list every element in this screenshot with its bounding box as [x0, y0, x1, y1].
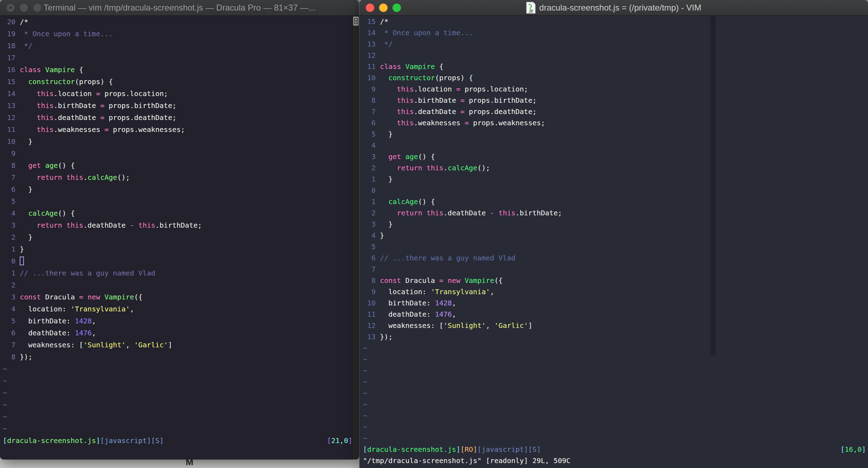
- line-number: 6: [363, 254, 380, 262]
- terminal-titlebar[interactable]: Terminal — vim /tmp/dracula-screenshot.j…: [0, 0, 359, 16]
- code-line: 18 */: [3, 40, 352, 52]
- code-line: 10 }: [3, 135, 352, 147]
- line-number: 3: [3, 293, 20, 301]
- code-line: 3 get age() {: [363, 151, 866, 162]
- code-line: 9 this.location = props.location;: [363, 83, 866, 95]
- vim-command-line: [3, 447, 352, 458]
- macvim-scrollbar[interactable]: [710, 16, 716, 355]
- zoom-button[interactable]: [392, 4, 401, 12]
- line-number: 11: [363, 62, 380, 71]
- vim-statusline: [dracula-screenshot.js][RO][javascript][…: [363, 444, 866, 455]
- code-line: 0: [3, 255, 352, 267]
- line-number: 7: [363, 265, 380, 273]
- code-line: 5: [363, 241, 866, 252]
- empty-buffer-line: ~: [363, 365, 866, 376]
- terminal-window-title: Terminal — vim /tmp/dracula-screenshot.j…: [44, 3, 315, 13]
- empty-buffer-line: ~: [363, 432, 866, 444]
- line-number: 13: [3, 101, 20, 110]
- code-line: 10 birthDate: 1428,: [363, 297, 866, 309]
- line-number: 6: [3, 185, 20, 194]
- line-number: 9: [3, 149, 20, 158]
- split-pane-button[interactable]: [353, 17, 359, 26]
- empty-buffer-line: ~: [363, 410, 866, 421]
- empty-buffer-line: ~: [363, 421, 866, 432]
- line-number: 4: [363, 231, 380, 240]
- line-number: 11: [363, 310, 380, 318]
- code-line: 6 }: [3, 183, 352, 195]
- vim-cursor: [20, 257, 24, 265]
- line-number: 18: [3, 42, 20, 50]
- macvim-text-area[interactable]: 15 /* 14 * Once upon a time... 13 */ 12 …: [363, 16, 866, 468]
- code-line: 5: [3, 195, 352, 207]
- line-number: 1: [363, 175, 380, 183]
- terminal-window: Terminal — vim /tmp/dracula-screenshot.j…: [0, 0, 359, 460]
- line-number: 12: [363, 51, 380, 59]
- line-number: 5: [363, 242, 380, 251]
- code-line: 1 }: [3, 243, 352, 255]
- empty-buffer-line: ~: [3, 399, 352, 411]
- code-line: 9 location: 'Transylvania',: [363, 286, 866, 297]
- line-number: 8: [3, 353, 20, 361]
- code-line: 11 deathDate: 1476,: [363, 309, 866, 320]
- close-button[interactable]: [6, 4, 15, 12]
- line-number: 14: [3, 89, 20, 98]
- terminal-scrollbar[interactable]: [352, 16, 359, 460]
- line-number: 12: [3, 113, 20, 122]
- terminal-text-area[interactable]: 20 /* 19 * Once upon a time... 18 */ 17 …: [3, 16, 352, 460]
- code-line: 11 class Vampire {: [363, 61, 866, 72]
- vim-command-line: "/tmp/dracula-screenshot.js" [readonly] …: [363, 455, 866, 466]
- code-line: 5 }: [363, 128, 866, 140]
- macvim-window-title: dracula-screenshot.js = (/private/tmp) -…: [539, 3, 701, 13]
- line-number: 3: [363, 152, 380, 161]
- code-line: 13 */: [363, 38, 866, 50]
- code-line: 3 const Dracula = new Vampire({: [3, 291, 352, 303]
- code-line: 8 this.birthDate = props.birthDate;: [363, 95, 866, 106]
- code-line: 12 weaknesses: ['Sunlight', 'Garlic']: [363, 320, 866, 331]
- code-line: 14 * Once upon a time...: [363, 27, 866, 38]
- line-number: 5: [3, 197, 20, 205]
- code-line: 10 constructor(props) {: [363, 72, 866, 83]
- macvim-titlebar[interactable]: JS dracula-screenshot.js = (/private/tmp…: [359, 0, 868, 16]
- code-line: 20 /*: [3, 16, 352, 28]
- code-line: 11 this.weaknesses = props.weaknesses;: [3, 124, 352, 135]
- zoom-button[interactable]: [33, 4, 42, 12]
- empty-buffer-line: ~: [363, 342, 866, 354]
- code-line: 9: [3, 147, 352, 159]
- code-line: 17: [3, 52, 352, 64]
- empty-buffer-line: ~: [3, 363, 352, 375]
- code-line: 1 // ...there was a guy named Vlad: [3, 267, 352, 279]
- minimize-button[interactable]: [379, 4, 388, 12]
- line-number: 16: [3, 65, 20, 74]
- code-line: 5 birthDate: 1428,: [3, 315, 352, 327]
- code-line: 4 calcAge() {: [3, 207, 352, 219]
- line-number: 19: [3, 30, 20, 38]
- line-number: 8: [363, 96, 380, 105]
- line-number: 8: [363, 276, 380, 285]
- close-button[interactable]: [366, 4, 374, 12]
- split-pane-icon: [354, 21, 358, 24]
- minimize-button[interactable]: [20, 4, 28, 12]
- code-line: 14 this.location = props.location;: [3, 88, 352, 100]
- code-line: 3 return this.deathDate - this.birthDate…: [3, 219, 352, 231]
- line-number: 6: [363, 119, 380, 127]
- vim-statusline: [dracula-screenshot.js][javascript][S][2…: [3, 435, 352, 447]
- line-number: 13: [363, 333, 380, 341]
- code-line: 3 }: [363, 219, 866, 230]
- line-number: 6: [3, 329, 20, 337]
- empty-buffer-line: ~: [3, 375, 352, 387]
- line-number: 0: [363, 186, 380, 195]
- empty-buffer-line: ~: [363, 376, 866, 387]
- code-line: 2 return this.deathDate - this.birthDate…: [363, 207, 866, 219]
- code-line: 8 get age() {: [3, 159, 352, 171]
- line-number: 3: [363, 220, 380, 228]
- code-line: 7 return this.calcAge();: [3, 171, 352, 183]
- line-number: 10: [363, 74, 380, 82]
- line-number: 14: [363, 29, 380, 37]
- code-line: 6 this.weaknesses = props.weaknesses;: [363, 117, 866, 128]
- line-number: 4: [3, 209, 20, 217]
- line-number: 2: [363, 209, 380, 217]
- code-line: 4 }: [363, 230, 866, 241]
- code-line: 4: [363, 140, 866, 151]
- code-line: 7: [363, 264, 866, 275]
- macvim-traffic-lights: [366, 0, 401, 15]
